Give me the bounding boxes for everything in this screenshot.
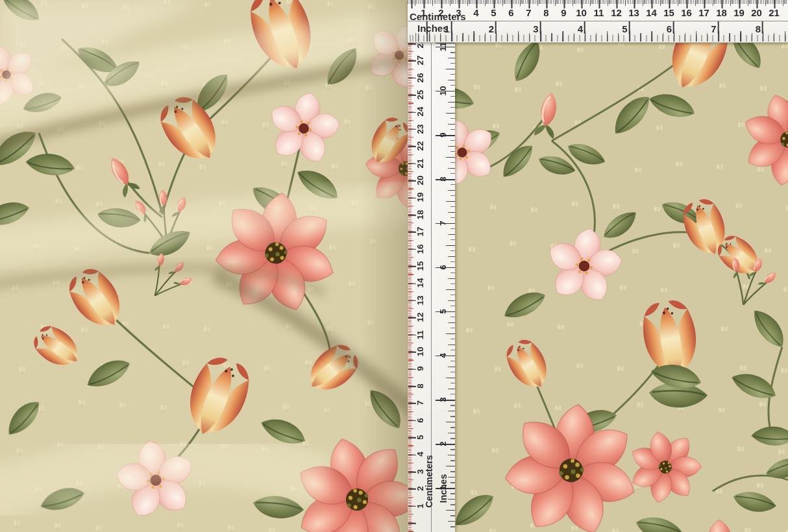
eighth-inch-ticks: [450, 42, 455, 532]
side-ruler-inch-number: 11: [439, 42, 448, 54]
fabric-listing-photo: Centimeters Inches 123456789101112131415…: [0, 0, 788, 532]
top-ruler-cm-number: 6: [505, 7, 518, 18]
side-ruler-inch-number: 3: [439, 393, 448, 407]
side-ruler-cm-number: 24: [416, 104, 425, 119]
draped-fabric-panel: [0, 0, 408, 532]
top-ruler-cm-number: 14: [645, 7, 658, 18]
side-ruler-cm-number: 8: [416, 379, 425, 393]
side-ruler-inch-number: 7: [439, 216, 448, 230]
centimeters-label: Centimeters: [425, 446, 434, 517]
side-ruler-cm-number: 16: [416, 242, 425, 256]
side-ruler-cm-number: 9: [416, 361, 425, 376]
side-ruler-cm-number: 4: [416, 447, 425, 461]
side-ruler-cm-number: 21: [416, 156, 425, 171]
side-ruler-inch-number: 8: [439, 172, 448, 186]
top-ruler-inch-number: 1: [441, 23, 454, 34]
side-ruler-inch-number: 9: [439, 128, 448, 142]
side-ruler-cm-number: 25: [416, 88, 425, 102]
top-ruler-cm-number: 3: [452, 7, 465, 18]
top-ruler-inch-number: 5: [619, 23, 632, 34]
side-ruler-cm-number: 28: [416, 42, 425, 51]
side-ruler-cm-number: 27: [416, 53, 425, 67]
top-ruler-cm-number: 12: [610, 7, 623, 18]
side-ruler-cm-number: 14: [416, 276, 425, 290]
side-ruler-cm-number: 15: [416, 259, 425, 273]
side-ruler-inch-number: 5: [439, 304, 448, 319]
top-ruler-cm-number: 10: [575, 7, 588, 18]
side-ruler-inch-number: 10: [439, 84, 448, 98]
side-ruler-inch-number: 1: [439, 481, 448, 495]
top-ruler-cm-number: 17: [698, 7, 711, 18]
side-ruler-cm-number: 11: [416, 328, 425, 342]
top-ruler-inch-number: 6: [663, 23, 676, 34]
side-ruler-cm-number: 19: [416, 190, 425, 204]
top-ruler-cm-number: 15: [663, 7, 676, 18]
top-ruler-inch-number: 4: [574, 23, 587, 34]
top-ruler-cm-number: 1: [417, 7, 430, 18]
top-ruler-inch-number: 7: [708, 23, 720, 34]
side-ruler-cm-number: 20: [416, 173, 425, 187]
top-ruler-cm-number: 8: [540, 7, 553, 18]
top-ruler-cm-number: 19: [733, 7, 746, 18]
top-ruler-cm-number: 13: [628, 7, 641, 18]
side-ruler-inch-number: 4: [439, 348, 448, 363]
top-ruler-inch-number: 2: [485, 23, 498, 34]
top-ruler-cm-number: 4: [470, 7, 483, 18]
top-ruler-inch-number: 8: [752, 23, 765, 34]
side-ruler-cm-number: 26: [416, 71, 425, 85]
flat-fabric-panel: [454, 42, 788, 532]
side-ruler-cm-number: 5: [416, 430, 425, 444]
top-ruler-cm-number: 2: [435, 7, 448, 18]
eighth-inch-ticks: [408, 35, 788, 42]
draped-fabric-art: [0, 0, 408, 532]
side-ruler-cm-number: 6: [416, 413, 425, 428]
side-ruler-inch-number: 2: [439, 437, 448, 451]
top-ruler-cm-number: 9: [558, 7, 571, 18]
side-ruler-cm-number: 12: [416, 310, 425, 324]
side-ruler-inch-number: 6: [439, 260, 448, 274]
side-ruler-cm-number: 22: [416, 139, 425, 153]
top-ruler-cm-number: 16: [680, 7, 693, 18]
side-ruler-cm-number: 23: [416, 122, 425, 136]
side-ruler-cm-number: 10: [416, 345, 425, 359]
flat-fabric-art: [454, 42, 788, 532]
top-ruler-cm-number: 21: [768, 7, 781, 18]
side-ruler-cm-number: 7: [416, 396, 425, 410]
side-ruler-cm-number: 3: [416, 465, 425, 479]
side-ruler-cm-number: 2: [416, 481, 425, 496]
horizontal-ruler: Centimeters Inches 123456789101112131415…: [408, 0, 788, 43]
side-ruler-cm-number: 18: [416, 208, 425, 222]
top-ruler-cm-number: 20: [750, 7, 763, 18]
top-ruler-cm-number: 18: [715, 7, 728, 18]
side-ruler-cm-number: 13: [416, 293, 425, 308]
vertical-ruler: Centimeters Inches 123456789101112131415…: [408, 42, 455, 532]
top-ruler-cm-number: 11: [593, 7, 606, 18]
side-ruler-cm-number: 17: [416, 224, 425, 239]
top-ruler-inch-number: 3: [530, 23, 543, 34]
top-ruler-cm-number: 7: [523, 7, 536, 18]
top-ruler-cm-number: 5: [487, 7, 500, 18]
side-ruler-cm-number: 1: [416, 499, 425, 513]
